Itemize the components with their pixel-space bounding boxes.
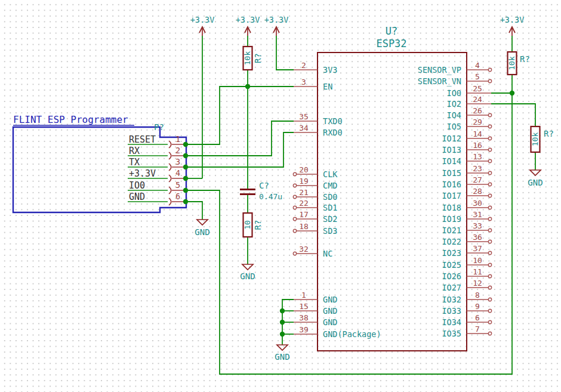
programmer-pin[interactable]: 6GND [128, 192, 188, 206]
wire-prog-gnd[interactable] [186, 202, 202, 220]
pin-number: 31 [473, 210, 482, 219]
pin-number: 5 [475, 72, 480, 81]
esp32-left-pin[interactable]: 39GND(Package) [294, 325, 381, 339]
junction-dot [510, 91, 514, 95]
junction-dot [183, 142, 188, 147]
pin-name: IO17 [442, 191, 461, 200]
gnd-triangle-icon [197, 220, 208, 225]
pin-name: IO34 [442, 317, 461, 327]
pin-name: IO33 [442, 306, 461, 316]
gnd-symbol[interactable]: GND [195, 220, 209, 237]
pin-number: 4 [475, 61, 480, 70]
esp32-left-pin[interactable]: 3EN [294, 78, 332, 92]
pin-number: 19 [299, 177, 309, 186]
pin-number: 3 [175, 157, 180, 166]
pin-name: EN [323, 82, 332, 91]
socket-arc-icon [169, 152, 171, 159]
esp32-right-pin[interactable]: 4SENSOR_VP [418, 61, 492, 76]
esp32-value: ESP32 [376, 38, 406, 50]
pin-number: 1 [175, 134, 180, 144]
power-label: +3.3V [500, 15, 525, 24]
programmer-symbol[interactable]: FLINT ESP Programmer P? 1RESET2RX3TX4+3.… [13, 114, 188, 212]
wire-33v-to-3v3[interactable] [276, 36, 294, 70]
resistor-en-pullup[interactable]: 10k R? [243, 47, 263, 70]
pin-number: 38 [299, 313, 309, 322]
pin-unconnected-circle [488, 263, 491, 266]
pin-number: 17 [299, 210, 309, 219]
capacitor-en[interactable]: C? 0.47u [240, 181, 282, 201]
pin-number: 1 [301, 291, 306, 300]
wires [186, 36, 535, 374]
gnd-label: GND [528, 178, 542, 187]
gnd-symbol[interactable]: GND [528, 170, 542, 187]
esp32-left-pin[interactable]: 23V3 [294, 61, 337, 75]
resistor-en-series[interactable]: 10 R? [243, 213, 263, 237]
gnd-symbol[interactable]: GND [275, 345, 289, 362]
pin-unconnected-circle [488, 217, 491, 220]
pin-unconnected-circle [488, 183, 491, 186]
pin-unconnected-circle [488, 298, 491, 301]
pin-number: 24 [473, 95, 482, 104]
pin-unconnected-circle [488, 251, 491, 254]
pin-name: IO2 [447, 99, 461, 109]
pin-name: GND [129, 192, 145, 202]
power-symbol-33v[interactable]: +3.3V [264, 15, 289, 36]
pin-name: IO23 [442, 248, 461, 258]
pin-number: 18 [299, 222, 309, 231]
pin-name: TXD0 [323, 116, 343, 126]
pin-name: GND [323, 317, 337, 327]
pin-number: 3 [301, 78, 306, 87]
wire-io2-to-r[interactable] [491, 104, 535, 126]
pin-name: IO27 [442, 283, 461, 292]
pin-name: IO22 [442, 237, 461, 246]
programmer-body[interactable] [13, 127, 186, 212]
pin-number: 5 [175, 180, 180, 190]
junction-dot [245, 84, 250, 89]
pin-name: GND(Package) [323, 329, 381, 339]
esp32-reference: U? [386, 25, 397, 37]
pin-number: 2 [301, 61, 306, 70]
pin-number: 8 [475, 291, 480, 300]
pin-name: IO26 [442, 271, 461, 281]
power-symbol-33v[interactable]: +3.3V [500, 15, 525, 36]
esp32-right-pin[interactable]: 25IO0 [447, 84, 491, 98]
resistor-reference: R? [520, 54, 530, 64]
power-label: +3.3V [264, 15, 289, 24]
power-symbol-33v[interactable]: +3.3V [236, 15, 260, 36]
pin-number: 6 [175, 192, 180, 201]
pin-number: 25 [473, 84, 482, 93]
gnd-symbol[interactable]: GND [240, 264, 255, 281]
resistor-io2-pulldown[interactable]: 10k R? [531, 126, 554, 152]
pin-name: SENSOR_VP [418, 65, 461, 75]
esp32-left-pin[interactable]: 18SD3 [293, 222, 337, 236]
gnd-label: GND [195, 227, 209, 237]
pin-number: 28 [473, 187, 482, 196]
resistor-value: 10k [243, 51, 252, 66]
socket-arc-icon [169, 187, 171, 194]
pin-unconnected-circle [293, 195, 296, 198]
pin-name: IO4 [447, 110, 461, 120]
pin-name: IO15 [442, 168, 461, 178]
resistor-reference: R? [544, 129, 554, 138]
socket-arc-icon [169, 198, 171, 205]
pin-unconnected-circle [488, 125, 491, 128]
pin-name: +3.3V [129, 168, 156, 179]
power-symbol-33v[interactable]: +3.3V [190, 15, 215, 36]
pin-name: CLK [323, 169, 338, 179]
pin-number: 32 [299, 245, 309, 254]
pin-name: IO32 [442, 295, 461, 304]
pin-number: 7 [475, 325, 480, 334]
esp32-left-pin[interactable]: 32NC [293, 245, 332, 259]
resistor-reference: R? [253, 220, 263, 230]
pin-name: IO25 [442, 260, 461, 270]
pin-number: 6 [475, 313, 480, 322]
pin-number: 13 [473, 152, 482, 161]
junction-dot [183, 199, 188, 204]
esp32-symbol[interactable]: U? ESP32 23V33EN35TXD034RXD020CLK19CMD21… [293, 25, 491, 351]
pin-name: RESET [129, 134, 156, 145]
pin-unconnected-circle [488, 229, 491, 232]
resistor-io0-pullup[interactable]: 10k R? [507, 52, 530, 75]
gnd-triangle-icon [277, 345, 288, 350]
pin-number: 22 [299, 199, 309, 208]
pin-unconnected-circle [488, 240, 491, 243]
